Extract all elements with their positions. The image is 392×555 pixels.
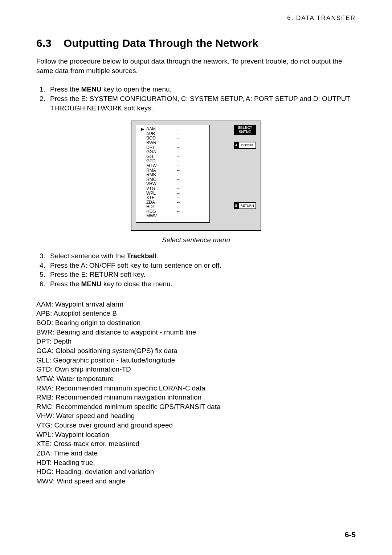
softkey-e-label: RETURN [239, 202, 256, 209]
figure-container: ▶AAM--APB--BOD--BWR--DPT--GGA--GLL--GTD-… [36, 121, 356, 231]
page-number: 6-5 [345, 530, 356, 539]
page-header: 6. DATA TRANSFER [36, 15, 356, 22]
softkey-e-letter: E [234, 202, 239, 209]
list-item: Press the E: SYSTEM CONFIGURATION, C: SY… [47, 94, 356, 113]
sentence-value: -- [164, 195, 193, 200]
definition-line: MTW: Water temperature [36, 374, 356, 384]
sentence-value: -- [164, 204, 193, 209]
definition-line: DPT: Depth [36, 337, 356, 346]
sentence-value: -- [164, 141, 193, 145]
sentence-value: -- [164, 173, 193, 177]
definition-line: WPL: Waypoint location [36, 430, 356, 439]
definition-line: VTG: Course over ground and ground speed [36, 421, 356, 430]
intro-paragraph: Follow the procedure below to output dat… [36, 57, 356, 75]
sentence-code: XTE [146, 195, 164, 200]
list-item[interactable]: RMB-- [141, 173, 206, 177]
list-item[interactable]: GGA-- [141, 150, 206, 154]
list-item: Press the MENU key to close the menu. [47, 279, 356, 289]
definition-line: RMA: Recommended minimum specific LORAN-… [36, 384, 356, 393]
softkey-column: SELECT SNTNC A ON/OFF E RETURN [210, 125, 256, 226]
softkey-a-onoff[interactable]: A ON/OFF [234, 142, 256, 149]
definition-line: AAM: Waypoint arrival alarm [36, 300, 356, 309]
sentence-code: VTG [146, 186, 164, 191]
list-item[interactable]: VTG-- [141, 186, 206, 191]
list-item: Press the E: RETURN soft key. [47, 270, 356, 279]
definition-line: GGA: Global positioning system(GPS) fix … [36, 346, 356, 356]
sentence-value: -- [164, 214, 193, 218]
softkey-a-label: ON/OFF [239, 142, 256, 149]
definition-line: ZDA: Time and date [36, 449, 356, 458]
sentence-value: -- [164, 163, 193, 168]
select-sentence-figure: ▶AAM--APB--BOD--BWR--DPT--GGA--GLL--GTD-… [131, 121, 261, 231]
list-item: Select sentence with the Trackball. [47, 251, 356, 261]
definition-line: VHW: Water speed and heading [36, 411, 356, 421]
softkey-a-letter: A [234, 142, 239, 149]
sentence-value: -- [164, 127, 193, 131]
definition-line: RMB: Recommended minimum navigation info… [36, 393, 356, 402]
definition-line: HDT: Heading true, [36, 458, 356, 467]
list-item: Press the A: ON/OFF soft key to turn sen… [47, 261, 356, 270]
section-title-text: Outputting Data Through the Network [64, 37, 258, 49]
sentence-value: -- [164, 186, 193, 191]
list-item[interactable]: MWV-- [141, 214, 206, 218]
definition-line: GTD: Own ship information-TD [36, 365, 356, 374]
procedure-steps-2: Select sentence with the Trackball.Press… [36, 251, 356, 289]
list-item[interactable]: BWR-- [141, 141, 206, 145]
definition-line: BOD: Bearing origin to destination [36, 318, 356, 328]
list-item[interactable]: MTW-- [141, 163, 206, 168]
procedure-steps-1: Press the MENU key to open the menu.Pres… [36, 85, 356, 113]
definition-line: HDG: Heading, deviation and variation [36, 467, 356, 477]
title-line2: SNTNC [239, 130, 251, 134]
sentence-definitions: AAM: Waypoint arrival alarmAPB: Autopilo… [36, 300, 356, 486]
definition-line: BWR: Bearing and distance to waypoint - … [36, 328, 356, 337]
sentence-code: BWR [146, 141, 164, 145]
section-number: 6.3 [36, 37, 52, 49]
softkey-e-return[interactable]: E RETURN [234, 202, 256, 209]
title-line1: SELECT [238, 126, 252, 130]
list-item[interactable]: ▶AAM-- [141, 127, 206, 131]
sentence-code: RMB [146, 173, 164, 177]
list-item[interactable]: XTE-- [141, 195, 206, 200]
sentence-value: -- [164, 150, 193, 154]
definition-line: RMC: Recommended minimum specific GPS/TR… [36, 402, 356, 412]
figure-caption: Select sentence menu [36, 236, 356, 244]
definition-line: XTE: Cross-track error, measured [36, 439, 356, 449]
definition-line: MWV: Wind speed and angle [36, 477, 356, 486]
section-heading: 6.3 Outputting Data Through the Network [36, 37, 356, 49]
sentence-code: MTW [146, 163, 164, 168]
definition-line: GLL: Geographic position - latutude/long… [36, 356, 356, 365]
selection-pointer-icon: ▶ [141, 127, 146, 131]
definition-line: APB: Autopilot sentence B [36, 309, 356, 318]
softkey-title: SELECT SNTNC [234, 125, 256, 135]
sentence-code: GGA [146, 150, 164, 154]
list-item[interactable]: HDT-- [141, 204, 206, 209]
sentence-code: AAM [146, 127, 164, 131]
sentence-code: MWV [146, 214, 164, 218]
sentence-list: ▶AAM--APB--BOD--BWR--DPT--GGA--GLL--GTD-… [136, 125, 210, 223]
sentence-code: HDT [146, 204, 164, 209]
list-item: Press the MENU key to open the menu. [47, 85, 356, 94]
